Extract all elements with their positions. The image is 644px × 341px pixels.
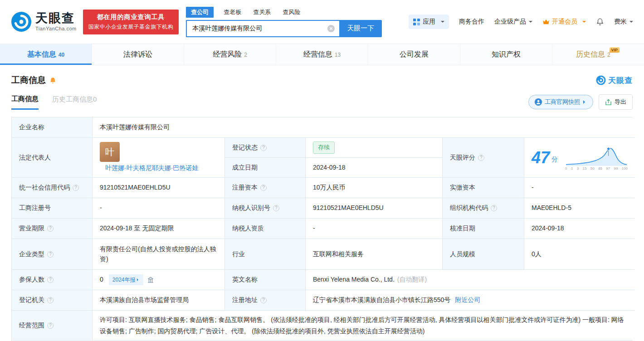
annual-report-archive-icon[interactable] bbox=[147, 276, 154, 283]
chevron-down-icon bbox=[441, 21, 444, 24]
arrow-right-icon bbox=[137, 278, 140, 281]
search-tab-company[interactable]: 查公司 bbox=[186, 7, 214, 18]
help-icon[interactable]: ? bbox=[260, 145, 267, 151]
field-label-business-scope: 经营范围? bbox=[12, 311, 93, 340]
help-icon[interactable]: ? bbox=[47, 251, 54, 258]
field-label-legal-rep: 法定代表人 bbox=[12, 138, 93, 178]
apps-grid-icon bbox=[413, 19, 420, 25]
subscribe-bell-icon[interactable] bbox=[49, 77, 57, 84]
status-badge: 存续 bbox=[313, 141, 335, 153]
search-tab-boss[interactable]: 查老板 bbox=[222, 7, 243, 18]
field-label-score: 天眼评分? bbox=[443, 138, 524, 178]
help-icon[interactable]: ? bbox=[47, 297, 54, 303]
help-icon[interactable]: ? bbox=[260, 297, 267, 303]
tab-history-info[interactable]: 历史信息 2 VIP bbox=[552, 44, 644, 65]
header: 天眼查 TianYanCha.com 都在用的商业查询工具 国家中小企业发展子基… bbox=[0, 0, 644, 44]
company-tabbar: 基本信息 40 法律诉讼 经营风险 2 经营信息 13 公司发展 知识产权 历史… bbox=[0, 44, 644, 65]
help-icon[interactable]: ? bbox=[47, 322, 54, 329]
user-menu[interactable]: 费米 bbox=[614, 18, 633, 26]
search-input[interactable] bbox=[186, 20, 339, 37]
slogan-banner: 都在用的商业查询工具 国家中小企业发展子基金旗下机构 bbox=[83, 10, 179, 34]
subtab-history-business-info[interactable]: 历史工商信息0 bbox=[52, 95, 97, 109]
chevron-down-icon bbox=[582, 21, 586, 24]
field-label-english-name: 英文名称 bbox=[225, 270, 306, 290]
score-chart-axis: 0131550859799100 bbox=[565, 167, 628, 170]
menu-vip[interactable]: 开通会员 bbox=[542, 18, 586, 26]
field-label-establish-date: 成立日期 bbox=[225, 158, 306, 178]
help-icon[interactable]: ? bbox=[273, 205, 279, 211]
tianyancha-logo-icon bbox=[596, 75, 606, 85]
person-badge-icon bbox=[535, 98, 542, 106]
field-label-taxpayer-quality: 纳税人资质 bbox=[225, 219, 306, 239]
business-info-table: 企业名称 本溪叶莲娜传媒有限公司 法定代表人 叶 叶莲娜·叶夫格尼耶夫娜·巴热诺… bbox=[11, 117, 633, 341]
field-label-company-type: 企业类型? bbox=[12, 239, 93, 270]
tab-basic-info[interactable]: 基本信息 40 bbox=[0, 44, 92, 65]
tab-company-development[interactable]: 公司发展 bbox=[368, 44, 460, 65]
field-value-score: 47分 0131550859799100 bbox=[524, 138, 635, 178]
subtabs-row: 工商信息 历史工商信息0 工商官网快照 导出 bbox=[11, 94, 633, 110]
annual-report-badge[interactable]: 2024年报 bbox=[109, 274, 143, 286]
menu-apps-label: 应用 bbox=[423, 18, 435, 26]
arrow-right-icon bbox=[583, 100, 587, 104]
tab-label: 基本信息 bbox=[27, 50, 56, 59]
crown-icon bbox=[542, 19, 550, 25]
field-value-business-scope: 许可项目: 互联网直播技术服务; 食品销售; 食品互联网销售。 (依法须经批准的… bbox=[93, 311, 635, 340]
search-tab-relation[interactable]: 查关系 bbox=[251, 7, 273, 18]
field-value-reg-authority: 本溪满族自治县市场监督管理局 bbox=[93, 290, 225, 311]
notification-bell[interactable] bbox=[596, 18, 604, 26]
field-value-industry: 互联网和相关服务 bbox=[306, 239, 443, 270]
field-value-org-code: MAE0EHLD-5 bbox=[524, 198, 635, 219]
tab-label: 知识产权 bbox=[492, 50, 521, 59]
slogan-line2: 国家中小企业发展子基金旗下机构 bbox=[88, 23, 174, 31]
tab-label: 公司发展 bbox=[400, 50, 429, 59]
tab-operating-risk[interactable]: 经营风险 2 bbox=[184, 44, 276, 65]
legal-rep-link[interactable]: 叶莲娜·叶夫格尼耶夫娜·巴热诺娃 bbox=[105, 163, 200, 173]
menu-cooperation[interactable]: 商务合作 bbox=[459, 18, 484, 26]
tab-intellectual-property[interactable]: 知识产权 bbox=[460, 44, 552, 65]
clear-icon[interactable] bbox=[327, 25, 335, 32]
field-value-english-name: Benxi Yelena Media Co., Ltd. (自动翻译) bbox=[306, 270, 635, 290]
field-value-company-type: 有限责任公司(自然人投资或控股的法人独资) bbox=[93, 239, 225, 270]
tab-count: 13 bbox=[335, 52, 341, 58]
official-snapshot-button[interactable]: 工商官网快照 bbox=[528, 95, 593, 109]
subtab-business-info[interactable]: 工商信息 bbox=[11, 95, 39, 110]
field-label-reg-status: 登记状态? bbox=[225, 138, 306, 158]
field-label-insured-count: 参保人数? bbox=[12, 270, 93, 290]
menu-enterprise[interactable]: 企业级产品 bbox=[494, 18, 532, 26]
tab-count: 2 bbox=[607, 52, 610, 58]
help-icon[interactable]: ? bbox=[491, 205, 497, 211]
tab-legal-litigation[interactable]: 法律诉讼 bbox=[92, 44, 184, 65]
section-header: 工商信息 天眼查 bbox=[11, 74, 633, 86]
field-label-reg-address: 注册地址? bbox=[225, 290, 306, 311]
export-button[interactable]: 导出 bbox=[599, 94, 633, 110]
tab-count: 2 bbox=[244, 52, 247, 58]
field-value-establish-date: 2024-09-18 bbox=[306, 158, 443, 178]
header-menu: 应用 商务合作 企业级产品 开通会员 费米 bbox=[409, 15, 633, 29]
help-icon[interactable]: ? bbox=[47, 225, 54, 232]
field-label-company-name: 企业名称 bbox=[12, 117, 93, 138]
auto-translate-note: (自动翻译) bbox=[397, 275, 427, 285]
help-icon[interactable]: ? bbox=[260, 185, 267, 191]
help-icon[interactable]: ? bbox=[47, 277, 54, 283]
field-value-company-name: 本溪叶莲娜传媒有限公司 bbox=[93, 117, 635, 138]
logo-text: 天眼查 TianYanCha.com bbox=[35, 12, 77, 31]
main-content: 工商信息 天眼查 工商信息 历史工商信息0 工商官网 bbox=[0, 65, 644, 341]
brand-domain: TianYanCha.com bbox=[35, 26, 77, 31]
score-distribution-chart: 0131550859799100 bbox=[565, 145, 628, 170]
help-icon[interactable]: ? bbox=[73, 185, 79, 191]
help-icon[interactable]: ? bbox=[478, 155, 484, 161]
field-value-taxpayer-quality: - bbox=[306, 219, 443, 239]
tab-business-info[interactable]: 经营信息 13 bbox=[276, 44, 368, 65]
snapshot-label: 工商官网快照 bbox=[545, 98, 580, 106]
watermark-text: 天眼查 bbox=[608, 75, 633, 86]
search-tab-risk[interactable]: 查风险 bbox=[281, 7, 302, 18]
search-button[interactable]: 天眼一下 bbox=[339, 20, 382, 37]
tianyancha-logo[interactable]: 天眼查 TianYanCha.com bbox=[11, 11, 77, 32]
menu-apps[interactable]: 应用 bbox=[409, 15, 449, 29]
field-label-credit-code: 统一社会信用代码? bbox=[12, 178, 93, 198]
legal-rep-avatar[interactable]: 叶 bbox=[100, 142, 120, 162]
field-label-reg-number: 工商注册号 bbox=[12, 198, 93, 219]
tab-label: 经营信息 bbox=[303, 50, 332, 59]
nearby-companies-link[interactable]: 附近公司 bbox=[455, 295, 480, 305]
field-label-taxpayer-id: 纳税人识别号? bbox=[225, 198, 306, 219]
